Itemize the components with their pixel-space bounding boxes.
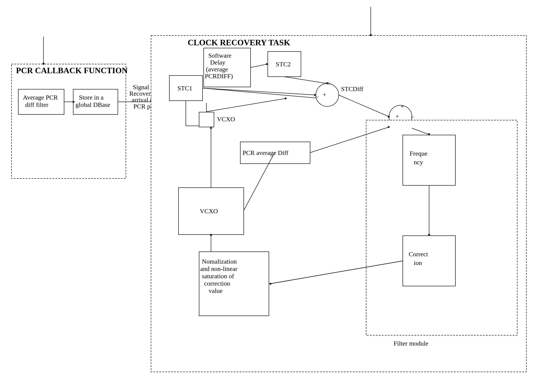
vcxo-small-label: VCXO	[217, 115, 235, 123]
clock-recovery-label: CLOCK RECOVERY TASK	[188, 38, 290, 47]
avg-pcr-label2: diff filter	[25, 101, 48, 108]
correction-label2: ion	[414, 259, 422, 266]
pcr-callback-label: PCR CALLBACK FUNCTION	[16, 66, 128, 75]
vcxo-big-label: VCXO	[200, 208, 218, 215]
software-delay-label3: (average	[206, 66, 228, 73]
frequency-label2: ncy	[414, 159, 423, 166]
sum-right-minus: –	[411, 113, 414, 120]
pcr-avg-diff-label: PCR average Diff	[243, 149, 289, 156]
sum-right-top: +	[401, 103, 404, 110]
stc2-label: STC2	[276, 61, 291, 68]
diagram-container: PCR CALLBACK FUNCTION Average PCR diff f…	[0, 0, 541, 392]
norm-label3: saturation of	[202, 272, 234, 280]
pcr-callback-box	[11, 64, 126, 178]
norm-label4: correction	[204, 280, 230, 287]
frequency-label1: Freque	[410, 150, 427, 157]
software-delay-label1: Software	[208, 52, 231, 59]
correction-box	[403, 236, 455, 286]
sum-minus1: –	[315, 93, 319, 100]
vcxo-small-box	[199, 112, 214, 127]
store-global-label2: global DBase	[76, 101, 110, 108]
stcdiff-label: STCDiff	[341, 85, 364, 92]
frequency-box	[403, 135, 455, 185]
sum-right-plus: +	[395, 113, 399, 120]
correction-label1: Correct	[409, 251, 428, 258]
sum-plus2: +	[327, 80, 331, 87]
stc1-label: STC1	[177, 85, 192, 92]
software-delay-label2: Delay	[210, 59, 225, 66]
norm-label1: Nomalization	[202, 258, 237, 265]
norm-label2: and non-linear	[200, 265, 238, 272]
sum-plus1: +	[323, 91, 326, 98]
store-global-label1: Store in a	[79, 94, 104, 101]
filter-module-label: Filter module	[394, 340, 428, 347]
software-delay-label4: PCRDIFF)	[205, 73, 233, 80]
avg-pcr-label1: Average PCR	[23, 94, 58, 101]
norm-label5: value	[209, 287, 223, 294]
